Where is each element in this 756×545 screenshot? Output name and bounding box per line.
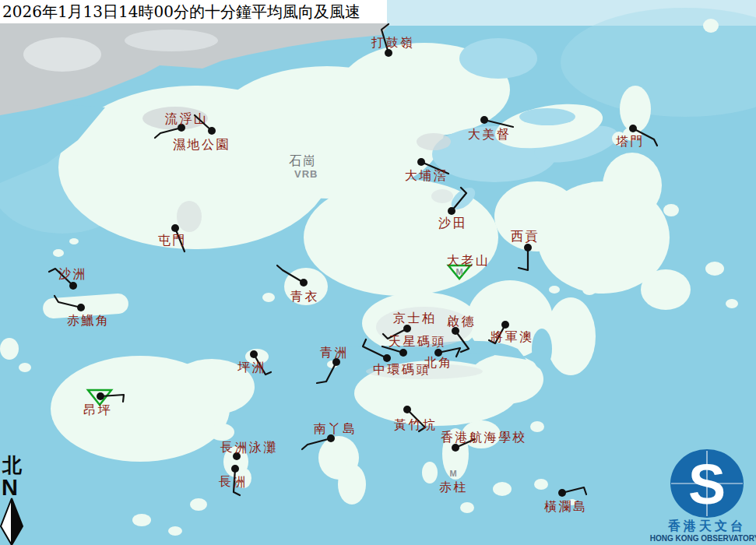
station-label: 長洲 <box>219 474 248 489</box>
station-dot-icon <box>97 392 104 400</box>
wind-map: 打鼓嶺流浮山濕地公園石崗VRB大美督塔門大埔滘沙田西貢屯門沙洲赤鱲角青衣M大老山… <box>0 0 756 545</box>
station-label: 京士柏 <box>393 311 437 325</box>
station-label: 屯門 <box>158 233 187 248</box>
station-label: 北角 <box>424 355 453 370</box>
hko-logo-chinese-name: 香港天文台 <box>667 519 746 533</box>
hko-logo-english-name: HONG KONG OBSERVATORY <box>650 534 756 543</box>
station-label: 沙洲 <box>58 266 87 281</box>
station-label: 赤鱲角 <box>67 313 111 328</box>
map-title: 2026年1月13日14時00分的十分鐘平均風向及風速 <box>0 0 387 23</box>
station-label: 橫瀾島 <box>544 499 588 514</box>
station-label: 黃竹坑 <box>394 417 438 432</box>
station-dot-icon <box>208 127 216 135</box>
map-canvas: 打鼓嶺流浮山濕地公園石崗VRB大美督塔門大埔滘沙田西貢屯門沙洲赤鱲角青衣M大老山… <box>0 0 756 545</box>
station-label: 中環碼頭 <box>373 362 431 377</box>
station-label: 打鼓嶺 <box>371 35 415 50</box>
station-dot-icon <box>69 282 77 290</box>
station-label: 塔門 <box>616 134 645 149</box>
station-dot-icon <box>399 349 407 357</box>
station-label: 南丫島 <box>314 421 357 436</box>
station-label: 天星碼頭 <box>389 334 446 349</box>
station-label: 青洲 <box>320 345 349 360</box>
compass-n-label: N <box>2 475 18 500</box>
station-dot-icon <box>250 350 258 358</box>
station-dot-icon <box>403 406 411 413</box>
station-label: 赤柱 <box>439 480 468 494</box>
station-label: 香港航海學校 <box>441 430 527 445</box>
hko-logo-s-swirl: S <box>688 453 726 515</box>
station-label: 大老山 <box>447 253 491 268</box>
station-label: 長洲泳灘 <box>220 440 278 455</box>
station-dot-icon <box>501 321 509 329</box>
station-dot-icon <box>171 224 179 232</box>
station-dot-icon <box>385 49 392 57</box>
station-label: 啟德 <box>447 314 476 329</box>
station-label: 昂坪 <box>83 403 112 417</box>
station-dot-icon <box>629 125 637 132</box>
maintenance-m-label: M <box>449 469 456 478</box>
station-label: 大美督 <box>468 127 512 142</box>
station-label: 沙田 <box>438 216 467 230</box>
station-label: 濕地公園 <box>173 137 230 152</box>
station-dot-icon <box>480 116 488 124</box>
station-dot-icon <box>524 244 532 251</box>
station-dot-icon <box>448 207 455 215</box>
station-label: 坪洲 <box>237 360 266 374</box>
station-dot-icon <box>452 444 459 452</box>
station-sub-label: VRB <box>294 168 318 180</box>
station-label: 大埔滘 <box>405 168 448 183</box>
station-label: 青衣 <box>290 289 319 304</box>
station-dot-icon <box>403 325 411 332</box>
station-dot-icon <box>383 354 391 362</box>
station-label: 西貢 <box>511 229 540 244</box>
station-dot-icon <box>417 158 425 166</box>
station-dot-icon <box>77 304 85 311</box>
station-label: 石崗 <box>289 153 318 168</box>
maintenance-m-label: M <box>455 267 462 276</box>
compass-cn-label: 北 <box>2 454 23 476</box>
station-label: 流浮山 <box>165 111 209 126</box>
station-label: 將軍澳 <box>491 329 534 344</box>
station-dot-icon <box>300 279 308 287</box>
station-dot-icon <box>558 489 566 497</box>
station-dot-icon <box>231 465 239 473</box>
